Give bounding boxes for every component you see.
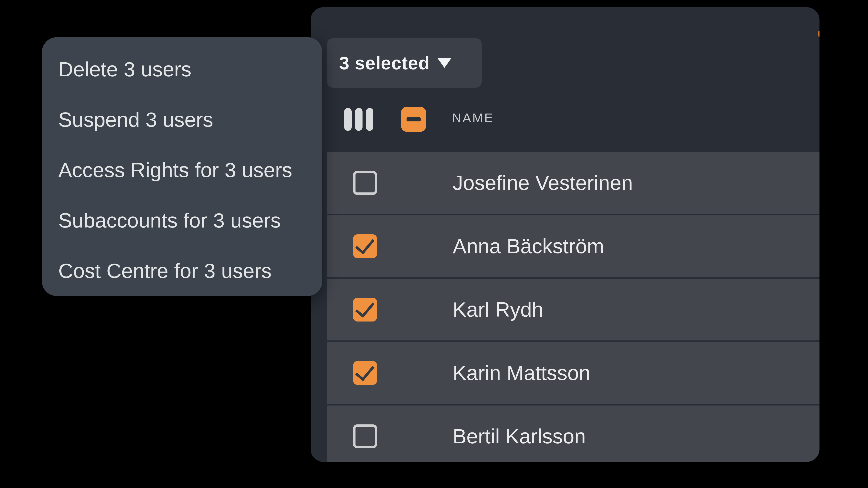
menu-item-subaccounts[interactable]: Subaccounts for 3 users [42, 195, 322, 246]
row-checkbox[interactable] [353, 361, 377, 385]
menu-item-suspend-users[interactable]: Suspend 3 users [42, 94, 322, 145]
select-all-checkbox[interactable] [401, 107, 426, 132]
table-row[interactable]: Karin Mattsson [327, 342, 819, 404]
indeterminate-minus-icon [407, 118, 421, 122]
bulk-actions-menu: Delete 3 users Suspend 3 users Access Ri… [42, 37, 322, 296]
row-checkbox[interactable] [353, 171, 377, 195]
user-rows: Josefine Vesterinen Anna Bäckström Karl … [327, 152, 819, 462]
menu-item-delete-users[interactable]: Delete 3 users [42, 44, 322, 94]
menu-item-cost-centre[interactable]: Cost Centre for 3 users [42, 246, 322, 296]
users-panel: 3 selected NAME Josefine Vesterinen Anna… [311, 7, 819, 462]
selection-count-label: 3 selected [339, 53, 430, 73]
table-row[interactable]: Anna Bäckström [327, 216, 819, 277]
row-checkbox[interactable] [353, 298, 377, 322]
columns-icon[interactable] [344, 108, 373, 131]
row-checkbox[interactable] [353, 234, 377, 258]
user-name: Anna Bäckström [453, 234, 604, 258]
caret-down-icon [437, 58, 452, 68]
table-row[interactable]: Josefine Vesterinen [327, 152, 819, 214]
user-name: Karl Rydh [453, 298, 544, 322]
menu-item-access-rights[interactable]: Access Rights for 3 users [42, 145, 322, 195]
table-row[interactable]: Bertil Karlsson [327, 405, 819, 462]
user-name: Josefine Vesterinen [453, 171, 633, 195]
table-row[interactable]: Karl Rydh [327, 279, 819, 340]
row-checkbox[interactable] [353, 424, 377, 448]
user-name: Bertil Karlsson [453, 424, 586, 448]
edge-accent-mark [818, 31, 819, 37]
name-column-header: NAME [452, 110, 494, 125]
user-name: Karin Mattsson [453, 361, 590, 385]
selection-dropdown-button[interactable]: 3 selected [327, 38, 482, 88]
page-background: { "colors": { "accent_orange": "#F0913F"… [0, 0, 868, 488]
